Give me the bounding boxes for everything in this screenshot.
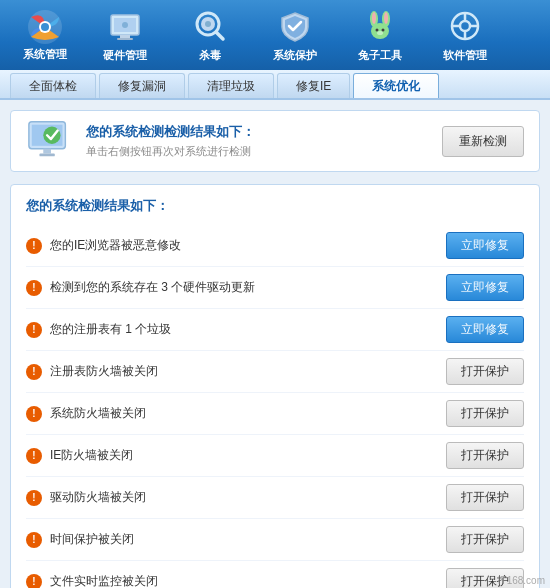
svg-rect-30 [39,153,54,156]
warning-icon: ! [26,280,42,296]
nav-label-software: 软件管理 [443,48,487,63]
svg-point-2 [41,23,49,31]
results-title: 您的系统检测结果如下： [26,197,524,215]
result-left-ie-hijack: !您的IE浏览器被恶意修改 [26,237,181,254]
protect-icon [277,8,313,44]
nav-label-kill: 杀毒 [199,48,221,63]
result-text-reg-junk: 您的注册表有 1 个垃圾 [50,321,171,338]
warning-icon: ! [26,490,42,506]
result-row: !文件实时监控被关闭打开保护 [26,561,524,588]
nav-item-protect[interactable]: 系统保护 [255,3,335,68]
nav-label-rabbit: 兔子工具 [358,48,402,63]
hardware-icon [107,8,143,44]
svg-point-17 [376,28,379,31]
fix-button-ie-hijack[interactable]: 立即修复 [446,232,524,259]
svg-rect-29 [43,149,51,154]
software-icon [447,8,483,44]
tab-repair-missing[interactable]: 修复漏洞 [99,73,185,98]
svg-point-28 [43,127,60,144]
protect-button-ie-firewall[interactable]: 打开保护 [446,442,524,469]
results-list: !您的IE浏览器被恶意修改立即修复!检测到您的系统存在 3 个硬件驱动更新立即修… [26,225,524,588]
svg-rect-6 [117,38,133,40]
warning-icon: ! [26,238,42,254]
result-row: !驱动防火墙被关闭打开保护 [26,477,524,519]
app-logo: 系统管理 [10,9,80,62]
fix-button-driver-update[interactable]: 立即修复 [446,274,524,301]
result-row: !您的IE浏览器被恶意修改立即修复 [26,225,524,267]
result-text-ie-hijack: 您的IE浏览器被恶意修改 [50,237,181,254]
nav-item-kill[interactable]: 杀毒 [170,3,250,68]
result-text-driver-firewall: 驱动防火墙被关闭 [50,489,146,506]
tab-full-check[interactable]: 全面体检 [10,73,96,98]
result-left-time-protect: !时间保护被关闭 [26,531,134,548]
summary-title: 您的系统检测检测结果如下： [86,123,255,141]
warning-icon: ! [26,448,42,464]
nav-item-software[interactable]: 软件管理 [425,3,505,68]
tab-clean-junk[interactable]: 清理垃圾 [188,73,274,98]
svg-rect-5 [120,35,130,38]
computer-icon [26,121,74,161]
results-section: 您的系统检测结果如下： !您的IE浏览器被恶意修改立即修复!检测到您的系统存在 … [10,184,540,588]
result-left-driver-firewall: !驱动防火墙被关闭 [26,489,146,506]
protect-button-time-protect[interactable]: 打开保护 [446,526,524,553]
result-text-reg-firewall: 注册表防火墙被关闭 [50,363,158,380]
kill-icon [192,8,228,44]
tab-repair-ie[interactable]: 修复IE [277,73,350,98]
result-left-reg-junk: !您的注册表有 1 个垃圾 [26,321,171,338]
header: 系统管理 硬件管理 杀毒 [0,0,550,70]
result-row: !检测到您的系统存在 3 个硬件驱动更新立即修复 [26,267,524,309]
svg-point-21 [460,21,470,31]
nav-label-hardware: 硬件管理 [103,48,147,63]
warning-icon: ! [26,322,42,338]
result-text-time-protect: 时间保护被关闭 [50,531,134,548]
protect-button-driver-firewall[interactable]: 打开保护 [446,484,524,511]
svg-point-15 [372,12,376,24]
svg-point-10 [205,21,211,27]
tab-bar: 全面体检 修复漏洞 清理垃圾 修复IE 系统优化 [0,70,550,100]
tab-system-optimize[interactable]: 系统优化 [353,73,439,98]
svg-point-19 [377,31,383,35]
result-left-ie-firewall: !IE防火墙被关闭 [26,447,133,464]
result-row: !您的注册表有 1 个垃圾立即修复 [26,309,524,351]
watermark: IT168.com [498,575,545,586]
nav-item-hardware[interactable]: 硬件管理 [85,3,165,68]
summary-box: 您的系统检测检测结果如下： 单击右侧按钮再次对系统进行检测 重新检测 [10,110,540,172]
nav-label-protect: 系统保护 [273,48,317,63]
svg-point-18 [382,28,385,31]
result-row: !IE防火墙被关闭打开保护 [26,435,524,477]
result-left-sys-firewall: !系统防火墙被关闭 [26,405,146,422]
main-content: 您的系统检测检测结果如下： 单击右侧按钮再次对系统进行检测 重新检测 您的系统检… [0,100,550,588]
result-row: !注册表防火墙被关闭打开保护 [26,351,524,393]
result-row: !系统防火墙被关闭打开保护 [26,393,524,435]
protect-button-reg-firewall[interactable]: 打开保护 [446,358,524,385]
result-text-sys-firewall: 系统防火墙被关闭 [50,405,146,422]
result-row: !时间保护被关闭打开保护 [26,519,524,561]
svg-line-11 [216,32,223,39]
summary-subtitle: 单击右侧按钮再次对系统进行检测 [86,144,255,159]
svg-point-7 [122,22,128,28]
logo-icon [27,9,63,45]
warning-icon: ! [26,364,42,380]
fix-button-reg-junk[interactable]: 立即修复 [446,316,524,343]
app-title: 系统管理 [23,47,67,62]
recheck-button[interactable]: 重新检测 [442,126,524,157]
protect-button-sys-firewall[interactable]: 打开保护 [446,400,524,427]
result-left-file-monitor: !文件实时监控被关闭 [26,573,158,588]
svg-point-16 [384,12,388,24]
result-text-ie-firewall: IE防火墙被关闭 [50,447,133,464]
result-text-driver-update: 检测到您的系统存在 3 个硬件驱动更新 [50,279,255,296]
warning-icon: ! [26,406,42,422]
nav-item-rabbit[interactable]: 兔子工具 [340,3,420,68]
warning-icon: ! [26,532,42,548]
rabbit-icon [362,8,398,44]
result-text-file-monitor: 文件实时监控被关闭 [50,573,158,588]
result-left-driver-update: !检测到您的系统存在 3 个硬件驱动更新 [26,279,255,296]
summary-text: 您的系统检测检测结果如下： 单击右侧按钮再次对系统进行检测 [86,123,255,159]
warning-icon: ! [26,574,42,589]
summary-left: 您的系统检测检测结果如下： 单击右侧按钮再次对系统进行检测 [26,121,255,161]
result-left-reg-firewall: !注册表防火墙被关闭 [26,363,158,380]
